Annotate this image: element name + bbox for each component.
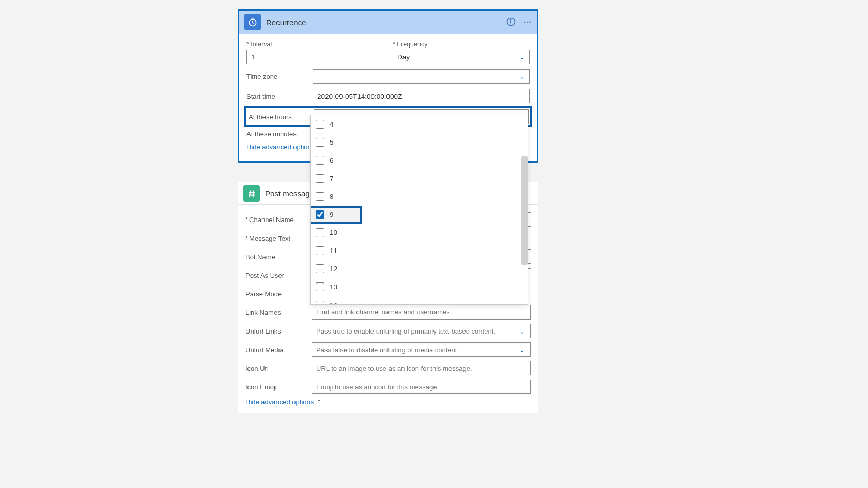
frequency-label: Frequency bbox=[393, 41, 530, 48]
chevron-down-icon: ⌄ bbox=[519, 327, 525, 335]
message-label: Message Text bbox=[245, 234, 312, 242]
frequency-select[interactable]: Day ⌄ bbox=[393, 50, 530, 64]
hours-checkbox-4[interactable] bbox=[316, 120, 324, 129]
hours-option-13[interactable]: 13 bbox=[311, 278, 528, 296]
chevron-down-icon: ⌄ bbox=[519, 73, 525, 81]
unfurl-media-placeholder: Pass false to disable unfurling of media… bbox=[316, 346, 459, 354]
interval-label: Interval bbox=[246, 41, 383, 48]
iconurl-input[interactable]: URL to an image to use as an icon for th… bbox=[312, 361, 531, 375]
chevron-down-icon: ⌄ bbox=[519, 346, 525, 354]
frequency-value: Day bbox=[397, 53, 410, 61]
interval-input[interactable]: 1 bbox=[246, 50, 383, 64]
unfurl-links-select[interactable]: Pass true to enable unfurling of primari… bbox=[312, 324, 531, 338]
hash-icon bbox=[243, 185, 260, 202]
hours-option-5[interactable]: 5 bbox=[311, 133, 528, 151]
hours-option-label: 9 bbox=[330, 211, 334, 218]
hours-option-label: 14 bbox=[330, 301, 337, 305]
scrollbar[interactable] bbox=[521, 156, 528, 265]
channel-label: Channel Name bbox=[245, 216, 312, 224]
atminutes-label: At these minutes bbox=[246, 130, 313, 138]
hours-option-label: 6 bbox=[330, 156, 334, 164]
unfurl-links-label: Unfurl Links bbox=[245, 327, 312, 335]
hide-advanced-link[interactable]: Hide advanced options bbox=[246, 143, 315, 151]
hours-option-label: 13 bbox=[330, 283, 337, 291]
iconurl-placeholder: URL to an image to use as an icon for th… bbox=[316, 365, 472, 372]
hours-checkbox-5[interactable] bbox=[316, 138, 324, 147]
unfurl-media-select[interactable]: Pass false to disable unfurling of media… bbox=[312, 342, 531, 357]
info-icon[interactable] bbox=[506, 17, 516, 28]
iconurl-label: Icon Url bbox=[245, 365, 312, 372]
linknames-placeholder: Find and link channel names and username… bbox=[316, 308, 452, 316]
hours-option-12[interactable]: 12 bbox=[311, 260, 528, 278]
hours-option-14[interactable]: 14 bbox=[311, 296, 528, 305]
hours-option-8[interactable]: 8 bbox=[311, 187, 528, 206]
svg-point-3 bbox=[511, 19, 512, 20]
hours-dropdown-list[interactable]: 4567891011121314 bbox=[310, 115, 528, 305]
svg-line-6 bbox=[250, 190, 251, 197]
linknames-label: Link Names bbox=[245, 309, 312, 317]
clock-icon bbox=[244, 14, 261, 30]
hours-option-11[interactable]: 11 bbox=[311, 242, 528, 260]
unfurl-media-label: Unfurl Media bbox=[245, 346, 312, 354]
hours-option-7[interactable]: 7 bbox=[311, 169, 528, 187]
botname-label: Bot Name bbox=[245, 253, 312, 261]
iconemoji-label: Icon Emoji bbox=[245, 383, 312, 391]
timezone-label: Time zone bbox=[246, 73, 313, 81]
hours-checkbox-7[interactable] bbox=[316, 174, 324, 183]
hours-checkbox-8[interactable] bbox=[316, 192, 324, 201]
hours-option-label: 10 bbox=[330, 229, 337, 237]
starttime-input[interactable]: 2020-09-05T14:00:00.000Z bbox=[313, 89, 530, 103]
postas-label: Post As User bbox=[245, 272, 312, 279]
hours-option-label: 5 bbox=[330, 138, 334, 146]
hours-option-9[interactable]: 9 bbox=[310, 206, 362, 224]
hours-option-label: 4 bbox=[330, 120, 334, 128]
hours-option-6[interactable]: 6 bbox=[311, 151, 528, 169]
hours-option-4[interactable]: 4 bbox=[311, 115, 528, 133]
unfurl-links-placeholder: Pass true to enable unfurling of primari… bbox=[316, 327, 495, 335]
hide-advanced-label: Hide advanced options bbox=[246, 143, 315, 151]
post-title: Post message bbox=[265, 189, 314, 198]
hours-option-10[interactable]: 10 bbox=[311, 224, 528, 242]
more-icon[interactable]: ··· bbox=[523, 18, 533, 26]
post-hide-advanced-label: Hide advanced options bbox=[245, 398, 314, 406]
starttime-label: Start time bbox=[246, 92, 313, 100]
starttime-value: 2020-09-05T14:00:00.000Z bbox=[317, 92, 402, 100]
iconemoji-input[interactable]: Emoji to use as an icon for this message… bbox=[312, 380, 531, 394]
hours-option-label: 8 bbox=[330, 193, 334, 200]
hours-option-label: 12 bbox=[330, 265, 337, 273]
svg-line-7 bbox=[253, 190, 254, 197]
hours-option-label: 7 bbox=[330, 175, 334, 182]
hours-checkbox-11[interactable] bbox=[316, 246, 324, 255]
hours-checkbox-9[interactable] bbox=[316, 210, 324, 219]
hours-checkbox-12[interactable] bbox=[316, 264, 324, 273]
hours-checkbox-14[interactable] bbox=[316, 301, 324, 305]
parse-label: Parse Mode bbox=[245, 290, 312, 298]
hours-option-label: 11 bbox=[330, 247, 337, 255]
chevron-down-icon: ⌄ bbox=[519, 53, 525, 61]
post-hide-advanced-link[interactable]: Hide advanced options ⌃ bbox=[245, 398, 321, 406]
iconemoji-placeholder: Emoji to use as an icon for this message… bbox=[316, 383, 439, 391]
athours-label: At these hours bbox=[247, 113, 314, 121]
linknames-input[interactable]: Find and link channel names and username… bbox=[312, 305, 531, 320]
recurrence-title: Recurrence bbox=[266, 18, 306, 27]
hours-checkbox-10[interactable] bbox=[316, 228, 324, 237]
hours-checkbox-13[interactable] bbox=[316, 282, 324, 291]
recurrence-header: Recurrence ··· bbox=[239, 11, 537, 34]
chevron-up-icon: ⌃ bbox=[317, 399, 321, 405]
interval-value: 1 bbox=[251, 53, 255, 61]
hours-checkbox-6[interactable] bbox=[316, 156, 324, 165]
timezone-select[interactable]: ⌄ bbox=[313, 69, 530, 84]
